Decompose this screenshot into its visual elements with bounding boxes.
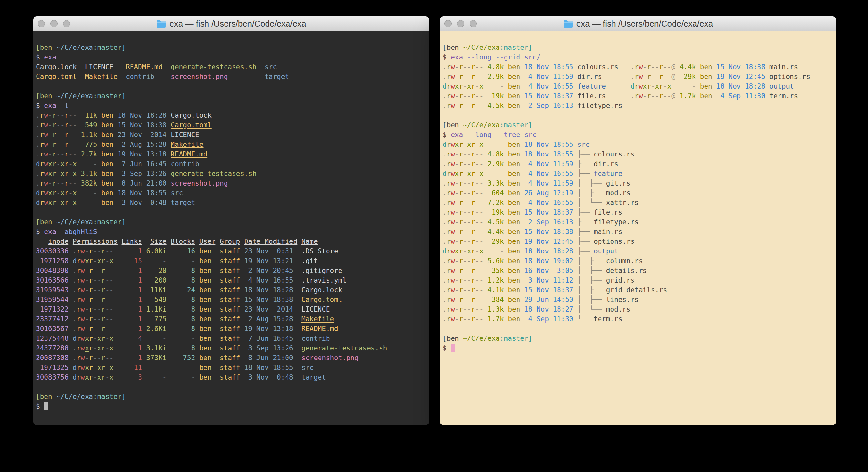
text-segment: @ xyxy=(671,92,676,100)
text-segment: ben staff xyxy=(199,286,244,294)
text-segment: w xyxy=(44,179,48,187)
text-segment: r xyxy=(634,63,639,71)
text-segment: r xyxy=(101,286,105,294)
text-segment: Cargo.lock xyxy=(170,112,211,119)
text-segment: w xyxy=(81,344,85,352)
text-segment: w xyxy=(81,364,85,372)
text-segment: w xyxy=(451,179,455,187)
text-segment: -- xyxy=(56,131,64,139)
text-segment: - xyxy=(85,276,89,284)
text-segment: feature xyxy=(577,83,606,90)
text-segment xyxy=(297,238,301,245)
text-segment: colours.rs xyxy=(577,63,630,71)
text-segment: Permissions xyxy=(73,238,118,245)
text-segment: ben staff xyxy=(199,257,244,265)
text-segment: r xyxy=(471,257,475,265)
text-segment: . xyxy=(73,286,77,294)
text-segment: x xyxy=(479,141,484,148)
text-segment: -- xyxy=(463,102,471,110)
text-segment: generate-testcases.sh xyxy=(170,170,256,177)
text-segment: 4.8k xyxy=(484,150,508,158)
text-segment: - xyxy=(455,286,459,294)
text-segment: :master] xyxy=(93,393,126,401)
left-terminal-output[interactable]: [ben ~/C/e/exa:master]$ exaCargo.lock LI… xyxy=(33,31,429,425)
text-segment: x xyxy=(48,160,52,168)
text-segment: r xyxy=(659,92,663,100)
text-segment: │ ├── xyxy=(577,267,606,274)
text-segment: - xyxy=(93,374,97,381)
right-terminal-output[interactable]: [ben ~/C/e/exa:master]$ exa --long --gri… xyxy=(440,31,836,425)
left-titlebar[interactable]: exa — fish /Users/ben/Code/exa/exa xyxy=(33,17,429,31)
text-segment: -- xyxy=(463,208,471,216)
terminal-line: [ben ~/C/e/exa:master] xyxy=(442,43,833,52)
text-segment: - xyxy=(85,267,89,274)
text-segment: - xyxy=(455,238,459,245)
text-segment: 4 Nov 16:55 xyxy=(524,199,577,207)
terminal-line: .rw-r--r-- 1.2k ben 3 Nov 11:12 │ ├── gr… xyxy=(442,275,833,285)
text-segment: r xyxy=(471,160,475,168)
text-segment: r xyxy=(471,286,475,294)
text-segment: w xyxy=(451,150,455,158)
right-titlebar[interactable]: exa — fish /Users/ben/Code/exa/exa xyxy=(440,17,836,31)
text-segment: 29 Jun 14:50 xyxy=(524,296,577,303)
text-segment: x xyxy=(73,170,77,177)
text-segment: $ xyxy=(36,102,44,110)
terminal-line: .rw-r--r-- 35k ben 16 Nov 3:05 │ ├── det… xyxy=(442,266,833,275)
text-segment: d xyxy=(442,141,447,148)
text-segment: 16 xyxy=(170,247,199,255)
text-segment: x xyxy=(48,189,52,197)
text-segment: - xyxy=(455,63,459,71)
text-segment: mod.rs xyxy=(606,189,630,197)
text-segment: w xyxy=(451,189,455,197)
text-segment: - xyxy=(77,199,101,207)
terminal-line: [ben ~/C/e/exa:master] xyxy=(442,120,833,130)
text-segment: src xyxy=(577,141,590,148)
text-segment: -- xyxy=(105,267,114,274)
text-segment: 31959544 xyxy=(36,296,73,303)
text-segment: colours.rs xyxy=(594,150,634,158)
text-segment: 19 Nov 13:21 xyxy=(244,257,301,265)
text-segment: 549 xyxy=(146,296,170,303)
text-segment: r xyxy=(52,121,57,129)
text-segment: 6.0Ki xyxy=(146,247,170,255)
text-segment: 2 Sep 16:13 xyxy=(524,218,577,226)
text-segment: - xyxy=(475,247,479,255)
text-segment: -- xyxy=(68,131,76,139)
text-segment: 604 xyxy=(484,189,508,197)
terminal-line: .rw-r--r-- 384 ben 29 Jun 14:50 │ ├── li… xyxy=(442,295,833,304)
text-segment: - xyxy=(455,102,459,110)
text-segment: r xyxy=(471,199,475,207)
text-segment: -- xyxy=(56,179,64,187)
text-segment: x xyxy=(467,247,471,255)
text-segment: x xyxy=(467,83,471,90)
text-segment: 30083756 xyxy=(36,374,73,381)
text-segment: -- xyxy=(663,92,671,100)
text-segment: w xyxy=(81,247,85,255)
text-segment: 1 xyxy=(114,305,146,313)
text-segment: r xyxy=(471,247,475,255)
text-segment: ~/C/e/exa xyxy=(56,43,93,51)
text-segment: │ ├── xyxy=(577,276,606,284)
text-segment: r xyxy=(52,170,57,177)
text-segment: 19 Nov 13:18 xyxy=(244,325,301,333)
text-segment: screenshot.png xyxy=(170,179,228,187)
text-segment: r xyxy=(65,189,69,197)
terminal-line: .rw-r--r-- 549 ben 15 Nov 18:38 Cargo.to… xyxy=(36,120,426,130)
text-segment: ben xyxy=(508,63,524,71)
text-segment: 30163567 xyxy=(36,325,73,333)
text-segment: r xyxy=(634,73,639,81)
right-terminal-window: exa — fish /Users/ben/Code/exa/exa [ben … xyxy=(440,17,836,425)
text-segment: - xyxy=(475,141,479,148)
text-segment: 1 xyxy=(114,354,146,362)
text-segment: ben staff xyxy=(199,344,244,352)
text-segment: file.rs xyxy=(577,92,630,100)
text-segment: Cargo.lock xyxy=(301,286,342,294)
text-segment: -- xyxy=(68,150,76,158)
text-segment: r xyxy=(447,92,451,100)
text-segment: w xyxy=(451,218,455,226)
text-segment: ├── xyxy=(577,160,594,168)
terminal-line: drwxr-xr-x - ben 3 Nov 0:48 target xyxy=(36,198,426,208)
text-segment: ben xyxy=(101,189,118,197)
text-segment: ├── xyxy=(577,218,594,226)
terminal-line: $ exa --long --grid src/ xyxy=(442,52,833,62)
